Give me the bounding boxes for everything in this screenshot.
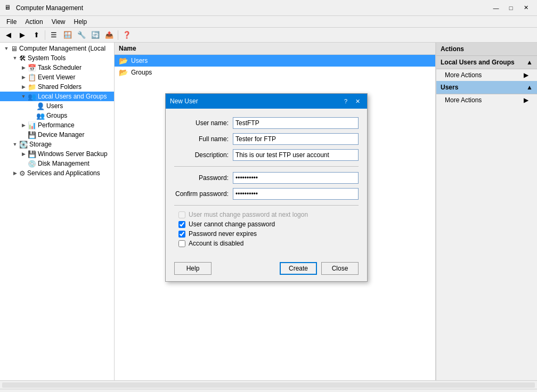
menu-action[interactable]: Action	[21, 17, 47, 27]
toolbar-export[interactable]: 📤	[103, 29, 116, 41]
tree-device-manager[interactable]: 💾 Device Manager	[0, 130, 114, 140]
confirm-password-input[interactable]	[233, 188, 359, 200]
users-icon: 👤	[36, 102, 45, 110]
toolbar-sep-2	[118, 30, 118, 40]
actions-header-title: Actions	[436, 43, 537, 56]
modal-title: New User	[170, 97, 198, 105]
content-header: Name	[115, 43, 435, 55]
modal-footer: Help Create Close	[166, 258, 367, 281]
tree-panel: ▼ 🖥 Computer Management (Local ▼ 🛠 Syste…	[0, 43, 115, 380]
toolbar-refresh[interactable]: 🔄	[89, 29, 102, 41]
toolbar-new[interactable]: 🪟	[61, 29, 74, 41]
must-change-row: User must change password at next logon	[174, 211, 359, 218]
toolbar-up[interactable]: ⬆	[30, 29, 43, 41]
event-viewer-icon: 📋	[28, 74, 36, 81]
close-dialog-button[interactable]: Close	[321, 262, 359, 275]
tree-performance[interactable]: ▶ 📊 Performance	[0, 120, 114, 130]
maximize-button[interactable]: □	[504, 3, 518, 13]
system-tools-label: System Tools	[28, 54, 66, 62]
tree-system-tools[interactable]: ▼ 🛠 System Tools	[0, 53, 114, 63]
shared-folders-icon: 📁	[28, 83, 36, 91]
scrollbar-area[interactable]	[0, 380, 537, 389]
actions-local-users-label: Local Users and Groups	[441, 59, 515, 66]
backup-expander: ▶	[19, 150, 28, 158]
scrollbar-track[interactable]	[2, 382, 535, 388]
actions-users-more[interactable]: More Actions ▶	[436, 94, 537, 106]
toolbar-show-hide[interactable]: ☰	[47, 29, 60, 41]
toolbar-sep-1	[45, 30, 45, 40]
users-label: Users	[46, 102, 63, 110]
tree-storage[interactable]: ▼ 💽 Storage	[0, 140, 114, 149]
tree-services[interactable]: ▶ ⚙ Services and Applications	[0, 168, 114, 178]
modal-titlebar: New User ? ✕	[166, 94, 367, 109]
toolbar-back[interactable]: ◀	[2, 29, 15, 41]
toolbar-forward[interactable]: ▶	[16, 29, 29, 41]
content-groups-item[interactable]: 📂 Groups	[115, 67, 435, 78]
modal-titlebar-controls: ? ✕	[340, 97, 363, 105]
cannot-change-row: User cannot change password	[174, 220, 359, 228]
windows-backup-icon: 💾	[28, 150, 36, 158]
toolbar-properties[interactable]: 🔧	[75, 29, 88, 41]
toolbar-help[interactable]: ❓	[120, 29, 133, 41]
actions-local-users-more[interactable]: More Actions ▶	[436, 69, 537, 81]
form-divider-2	[174, 205, 359, 206]
never-expires-label: Password never expires	[189, 230, 257, 238]
fullname-row: Full name:	[174, 133, 359, 145]
create-button[interactable]: Create	[280, 262, 317, 275]
close-button[interactable]: ✕	[519, 3, 533, 13]
menu-help[interactable]: Help	[70, 17, 92, 27]
tree-root-label: Computer Management (Local	[19, 45, 105, 52]
system-tools-expander: ▼	[11, 54, 19, 62]
must-change-checkbox[interactable]	[178, 211, 185, 218]
menu-bar: File Action View Help	[0, 16, 537, 28]
tree-disk-management[interactable]: 💿 Disk Management	[0, 159, 114, 168]
local-users-expander: ▼	[19, 92, 28, 101]
perf-expander: ▶	[19, 121, 28, 129]
computer-icon: 🖥	[11, 45, 18, 53]
username-input[interactable]	[233, 117, 359, 129]
password-input[interactable]	[233, 172, 359, 184]
status-bar	[0, 389, 537, 392]
tree-root[interactable]: ▼ 🖥 Computer Management (Local	[0, 44, 114, 53]
tree-shared-folders[interactable]: ▶ 📁 Shared Folders	[0, 82, 114, 92]
app-title: Computer Management	[16, 4, 489, 12]
confirm-password-row: Confirm password:	[174, 188, 359, 200]
actions-users-header[interactable]: Users ▲	[436, 81, 537, 94]
modal-help-btn[interactable]: ?	[340, 97, 351, 105]
modal-close-btn[interactable]: ✕	[352, 97, 363, 105]
tree-windows-backup[interactable]: ▶ 💾 Windows Server Backup	[0, 149, 114, 159]
actions-local-users-more-label: More Actions	[445, 71, 482, 79]
never-expires-checkbox[interactable]	[178, 231, 185, 238]
tree-local-users[interactable]: ▼ 👥 Local Users and Groups	[0, 92, 114, 101]
tree-task-scheduler[interactable]: ▶ 📅 Task Scheduler	[0, 63, 114, 72]
shared-folders-label: Shared Folders	[38, 83, 82, 91]
tree-event-viewer[interactable]: ▶ 📋 Event Viewer	[0, 72, 114, 82]
performance-icon: 📊	[28, 121, 36, 129]
event-viewer-label: Event Viewer	[38, 74, 75, 81]
services-expander: ▶	[11, 169, 19, 177]
system-tools-icon: 🛠	[19, 54, 26, 62]
account-disabled-label: Account is disabled	[189, 240, 243, 247]
help-button[interactable]: Help	[174, 262, 211, 275]
account-disabled-row: Account is disabled	[174, 240, 359, 247]
account-disabled-checkbox[interactable]	[178, 240, 185, 247]
menu-view[interactable]: View	[47, 17, 70, 27]
users-expander	[28, 102, 36, 110]
content-groups-label: Groups	[131, 69, 152, 76]
cannot-change-checkbox[interactable]	[178, 221, 185, 228]
tree-groups[interactable]: 👥 Groups	[0, 111, 114, 120]
actions-local-users-header[interactable]: Local Users and Groups ▲	[436, 56, 537, 69]
content-users-item[interactable]: 📂 Users	[115, 55, 435, 67]
description-input[interactable]	[233, 149, 359, 161]
tree-users[interactable]: 👤 Users	[0, 101, 114, 111]
fullname-input[interactable]	[233, 133, 359, 145]
groups-expander	[28, 111, 36, 120]
menu-file[interactable]: File	[2, 17, 21, 27]
content-users-label: Users	[131, 57, 148, 64]
device-manager-icon: 💾	[28, 131, 36, 139]
actions-users-label: Users	[441, 84, 458, 91]
password-row: Password:	[174, 172, 359, 184]
groups-label: Groups	[46, 112, 67, 119]
minimize-button[interactable]: —	[489, 3, 503, 13]
toolbar: ◀ ▶ ⬆ ☰ 🪟 🔧 🔄 📤 ❓	[0, 28, 537, 43]
